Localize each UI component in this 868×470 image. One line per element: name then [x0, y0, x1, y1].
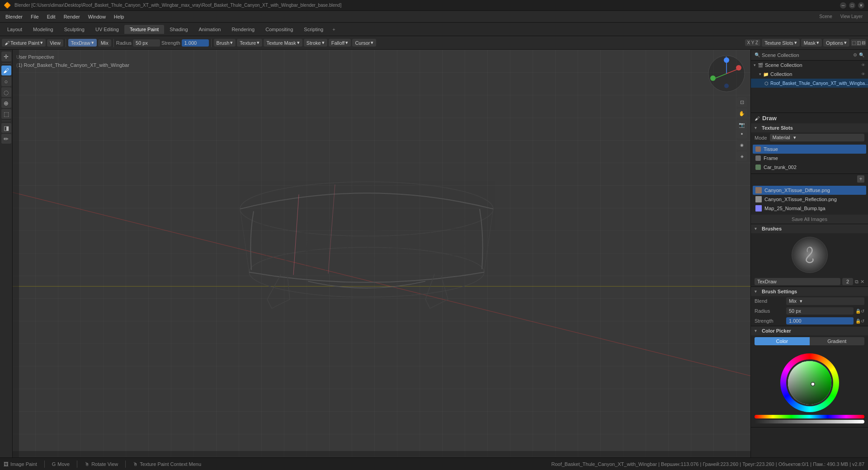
menu-window[interactable]: Window [85, 13, 109, 20]
tool-soften[interactable]: ○ [1, 76, 11, 86]
display-mode-3[interactable]: ⊟ [862, 40, 865, 45]
scene-visibility-icon[interactable]: 👁 [861, 63, 865, 67]
menu-render[interactable]: Render [60, 13, 84, 20]
texture-dropdown[interactable]: Texture▾ [237, 39, 262, 47]
menu-blender[interactable]: Blender [2, 13, 26, 20]
outliner-filter-icon[interactable]: ⚙ [853, 52, 857, 57]
tab-layout[interactable]: Layout [2, 25, 28, 34]
save-all-images-button[interactable]: Save All Images [751, 215, 868, 224]
camera-button[interactable]: 📷 [737, 120, 747, 130]
img-item-normal[interactable]: Map_25_Normal_Bump.tga [753, 204, 866, 213]
collection-visibility-icon[interactable]: 👁 [861, 72, 865, 76]
texdraw-delete-icon[interactable]: ✕ [860, 279, 864, 285]
view-button[interactable]: View [47, 39, 63, 47]
walk-mode-button[interactable]: ✋ [737, 108, 747, 118]
mode-select-dropdown[interactable]: Material ▾ [770, 134, 864, 141]
radius-reset-icon[interactable]: ↺ [861, 309, 864, 314]
texture-slots-header[interactable]: ▾ Texture Slots [751, 123, 868, 132]
add-image-button[interactable]: + [857, 175, 864, 183]
tab-texture-paint[interactable]: Texture Paint [124, 25, 164, 34]
tab-animation[interactable]: Animation [193, 25, 226, 34]
strength-lock-icon[interactable]: 🔒 [855, 319, 861, 324]
tab-modeling[interactable]: Modeling [28, 25, 59, 34]
viewport[interactable]: THULE THULE User Perspective (1) Roof_Ba… [13, 50, 750, 457]
tool-draw[interactable]: 🖌 [1, 66, 11, 75]
options-button[interactable]: Options▾ [823, 39, 849, 47]
radius-setting-row: Radius 50 px 🔒 ↺ [751, 306, 868, 316]
tool-fill[interactable]: ⬚ [1, 109, 11, 119]
tool-cursor[interactable]: ✛ [1, 52, 11, 61]
color-picker-header[interactable]: ▾ Color Picker [751, 326, 868, 335]
texture-slots-button[interactable]: Texture Slots▾ [762, 39, 800, 47]
tab-add-button[interactable]: + [329, 25, 339, 34]
viewport-shading-material[interactable]: ◉ [737, 140, 747, 150]
texture-mask-dropdown[interactable]: Texture Mask▾ [264, 39, 302, 47]
brush-selector[interactable]: TexDraw ▾ [68, 39, 97, 47]
mode-dropdown[interactable]: 🖌 Texture Paint ▾ [2, 39, 46, 47]
strength-value[interactable]: 1.000 [182, 39, 209, 47]
maximize-button[interactable]: □ [849, 2, 855, 9]
status-image-paint[interactable]: 🖼 Image Paint [4, 461, 37, 467]
texdraw-copy-icon[interactable]: ⧉ [855, 279, 859, 285]
alpha-slider[interactable] [755, 420, 864, 423]
display-mode-2[interactable]: ◫ [857, 40, 861, 45]
tab-scripting[interactable]: Scripting [298, 25, 329, 34]
cursor-dropdown[interactable]: Cursor▾ [352, 39, 376, 47]
tab-rendering[interactable]: Rendering [226, 25, 260, 34]
radius-value[interactable]: 50 px [133, 39, 160, 47]
view-layer-label: View Layer [837, 14, 866, 19]
viewport-shading-solid[interactable]: ● [737, 129, 747, 139]
img-item-reflection[interactable]: Canyon_XTissue_Reflection.png [753, 195, 866, 204]
tab-uv-editing[interactable]: UV Editing [90, 25, 124, 34]
strength-setting-value[interactable]: 1.000 [786, 317, 854, 324]
brush-settings-header[interactable]: ▾ Brush Settings [751, 287, 868, 296]
hue-slider[interactable] [755, 415, 864, 418]
blend-value-dropdown[interactable]: Mix ▾ [786, 297, 864, 305]
nav-widget[interactable]: Z Y X [706, 53, 747, 94]
brush-type-dropdown[interactable]: Brush▾ [214, 39, 236, 47]
img-item-diffuse[interactable]: Canyon_XTissue_Diffuse.png [753, 186, 866, 195]
display-mode-1[interactable]: ⬚ [852, 40, 856, 45]
brushes-header[interactable]: ▾ Brushes [751, 224, 868, 233]
mask-button[interactable]: Mask▾ [801, 39, 822, 47]
slot-item-tissue[interactable]: Tissue [753, 145, 866, 154]
strength-reset-icon[interactable]: ↺ [861, 319, 864, 324]
falloff-dropdown[interactable]: Falloff▾ [329, 39, 351, 47]
zoom-fit-button[interactable]: ⊡ [737, 97, 747, 107]
texdraw-name-field[interactable]: TexDraw [755, 278, 840, 285]
minimize-button[interactable]: ─ [840, 2, 846, 9]
color-wheel-wrapper[interactable] [780, 353, 839, 412]
texdraw-num-field[interactable]: 2 [842, 278, 853, 285]
viewport-shading-render[interactable]: ◈ [737, 151, 747, 161]
mix-dropdown[interactable]: Mix [98, 39, 111, 47]
slot-name-frame: Frame [764, 155, 778, 161]
tool-smear[interactable]: ◌ [1, 87, 11, 97]
tool-mask[interactable]: ◨ [1, 123, 11, 133]
radius-setting-value[interactable]: 50 px [786, 307, 854, 315]
wireframe-svg: THULE THULE [226, 164, 507, 335]
outliner-item-collection[interactable]: ▾ 📁 Collection 👁 [751, 70, 868, 79]
menu-help[interactable]: Help [110, 13, 128, 20]
slot-item-frame[interactable]: Frame [753, 154, 866, 163]
tool-clone[interactable]: ⊕ [1, 98, 11, 108]
close-button[interactable]: ✕ [858, 2, 864, 9]
stroke-dropdown[interactable]: Stroke▾ [304, 39, 327, 47]
menu-file[interactable]: File [27, 13, 42, 20]
tab-shading[interactable]: Shading [164, 25, 193, 34]
outliner-item-scene[interactable]: ▾ 🎬 Scene Collection 👁 [751, 61, 868, 70]
expand-icon-collection: ▾ [759, 72, 761, 76]
tab-compositing[interactable]: Compositing [260, 25, 298, 34]
mesh-label: Roof_Basket_Thule_Canyon_XT_with_Wingba.… [770, 81, 868, 86]
slot-item-car-trunk[interactable]: Car_trunk_002 [753, 163, 866, 172]
outliner-item-mesh[interactable]: ⬡ Roof_Basket_Thule_Canyon_XT_with_Wingb… [751, 79, 868, 88]
viewport-left-strip [13, 50, 19, 457]
color-tab-gradient[interactable]: Gradient [810, 337, 865, 345]
tool-annotate[interactable]: ✏ [1, 134, 11, 144]
color-tab-color[interactable]: Color [755, 337, 810, 345]
xyz-toggle[interactable]: X Y Z [745, 39, 761, 46]
tab-bar: Layout Modeling Sculpting UV Editing Tex… [0, 23, 868, 36]
tab-sculpting[interactable]: Sculpting [59, 25, 90, 34]
menu-edit[interactable]: Edit [43, 13, 59, 20]
outliner-search-icon[interactable]: 🔍 [859, 52, 864, 57]
radius-lock-icon[interactable]: 🔒 [855, 309, 861, 314]
